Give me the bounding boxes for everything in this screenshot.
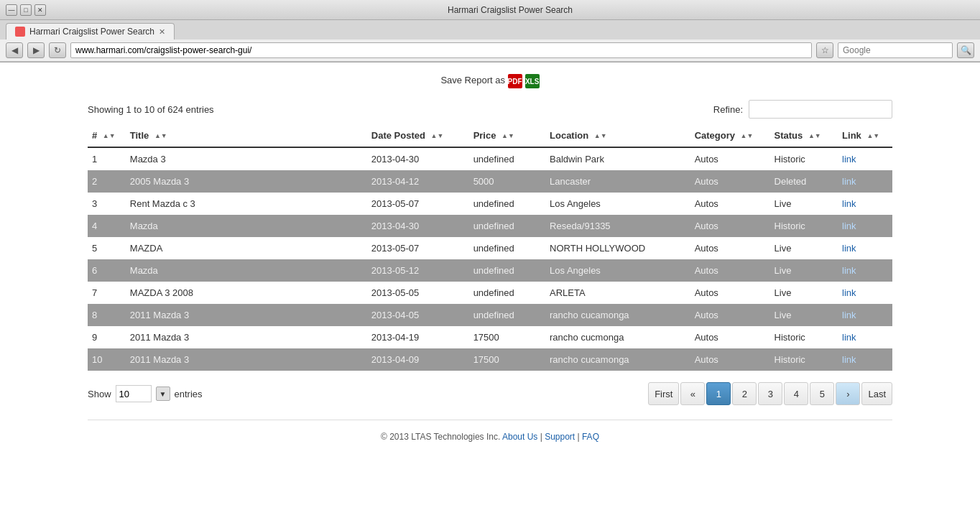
cell-date: 2013-05-05: [367, 282, 469, 304]
cell-price: undefined: [469, 147, 545, 170]
bookmark-button[interactable]: ☆: [816, 42, 833, 58]
cell-date: 2013-04-12: [367, 170, 469, 193]
cell-link[interactable]: link: [838, 215, 892, 237]
browser-search-button[interactable]: 🔍: [957, 42, 974, 58]
pagination-page-1[interactable]: 1: [706, 382, 731, 405]
pagination-prev-button[interactable]: «: [680, 382, 705, 405]
footer-faq-link[interactable]: FAQ: [582, 432, 599, 442]
cell-category: Autos: [690, 304, 770, 326]
entries-info: Showing 1 to 10 of 624 entries: [88, 104, 214, 115]
result-link[interactable]: link: [842, 176, 856, 187]
cell-category: Autos: [690, 193, 770, 215]
cell-location: Lancaster: [545, 170, 690, 193]
cell-status: Live: [770, 259, 838, 282]
pagination-first-button[interactable]: First: [648, 382, 679, 405]
cell-price: undefined: [469, 193, 545, 215]
cell-category: Autos: [690, 326, 770, 348]
col-header-price[interactable]: Price ▲▼: [469, 124, 545, 147]
browser-tab[interactable]: Harmari Craigslist Power Search ✕: [6, 23, 175, 40]
footer-about-link[interactable]: About Us: [502, 432, 537, 442]
col-header-location[interactable]: Location ▲▼: [545, 124, 690, 147]
restore-button[interactable]: □: [20, 4, 32, 16]
result-link[interactable]: link: [842, 310, 856, 320]
refine-input[interactable]: [749, 100, 892, 119]
refine-section: Refine:: [713, 100, 892, 119]
result-link[interactable]: link: [842, 265, 856, 276]
cell-title: Rent Mazda c 3: [126, 193, 367, 215]
back-button[interactable]: ◀: [6, 42, 23, 58]
browser-search-input[interactable]: [838, 42, 953, 58]
reload-button[interactable]: ↻: [49, 42, 66, 58]
pagination-page-5[interactable]: 5: [810, 382, 834, 405]
minimize-button[interactable]: —: [6, 4, 17, 16]
cell-location: Los Angeles: [545, 193, 690, 215]
cell-link[interactable]: link: [838, 170, 892, 193]
pagination-page-3[interactable]: 3: [758, 382, 782, 405]
result-link[interactable]: link: [842, 332, 856, 343]
col-header-date[interactable]: Date Posted ▲▼: [367, 124, 469, 147]
cell-price: undefined: [469, 215, 545, 237]
cell-title: 2005 Mazda 3: [126, 170, 367, 193]
title-bar: — □ ✕ Harmari Craigslist Power Search: [0, 0, 980, 20]
table-row: 1 Mazda 3 2013-04-30 undefined Baldwin P…: [88, 147, 892, 170]
col-header-num[interactable]: # ▲▼: [88, 124, 126, 147]
cell-link[interactable]: link: [838, 348, 892, 371]
result-link[interactable]: link: [842, 243, 856, 254]
col-header-link[interactable]: Link ▲▼: [838, 124, 892, 147]
sort-arrows-status: ▲▼: [808, 133, 821, 139]
cell-category: Autos: [690, 170, 770, 193]
result-link[interactable]: link: [842, 354, 856, 365]
cell-status: Historic: [770, 326, 838, 348]
address-input[interactable]: [70, 42, 812, 58]
result-link[interactable]: link: [842, 221, 856, 231]
cell-link[interactable]: link: [838, 326, 892, 348]
sort-arrows-link: ▲▼: [866, 133, 879, 139]
col-header-category[interactable]: Category ▲▼: [690, 124, 770, 147]
sort-arrows-location: ▲▼: [594, 133, 607, 139]
table-row: 4 Mazda 2013-04-30 undefined Reseda/9133…: [88, 215, 892, 237]
cell-link[interactable]: link: [838, 259, 892, 282]
result-link[interactable]: link: [842, 154, 856, 165]
tab-close-button[interactable]: ✕: [159, 27, 165, 37]
footer-support-link[interactable]: Support: [545, 432, 575, 442]
result-link[interactable]: link: [842, 287, 856, 298]
cell-date: 2013-04-30: [367, 147, 469, 170]
window-controls[interactable]: — □ ✕: [6, 4, 46, 16]
cell-title: 2011 Mazda 3: [126, 348, 367, 371]
cell-date: 2013-04-19: [367, 326, 469, 348]
cell-price: undefined: [469, 237, 545, 259]
pagination-page-6[interactable]: ›: [836, 382, 860, 405]
show-label: Show: [88, 389, 111, 399]
pagination-page-4[interactable]: 4: [784, 382, 808, 405]
cell-link[interactable]: link: [838, 147, 892, 170]
forward-button[interactable]: ▶: [27, 42, 45, 58]
save-pdf-button[interactable]: PDF: [508, 74, 522, 88]
page-content: Save Report as PDF XLS Showing 1 to 10 o…: [59, 63, 921, 465]
cell-link[interactable]: link: [838, 237, 892, 259]
cell-link[interactable]: link: [838, 282, 892, 304]
address-bar: ◀ ▶ ↻ ☆ 🔍: [0, 40, 980, 62]
cell-status: Historic: [770, 147, 838, 170]
table-row: 6 Mazda 2013-05-12 undefined Los Angeles…: [88, 259, 892, 282]
pagination-page-2[interactable]: 2: [732, 382, 757, 405]
cell-link[interactable]: link: [838, 193, 892, 215]
entries-icon[interactable]: ▼: [156, 387, 170, 401]
cell-num: 10: [88, 348, 126, 371]
footer-copyright: © 2013 LTAS Technologies Inc.: [381, 432, 500, 442]
cell-date: 2013-04-30: [367, 215, 469, 237]
save-xls-button[interactable]: XLS: [525, 74, 540, 88]
pagination-last-button[interactable]: Last: [861, 382, 892, 405]
cell-location: Los Angeles: [545, 259, 690, 282]
col-header-status[interactable]: Status ▲▼: [770, 124, 838, 147]
results-table: # ▲▼ Title ▲▼ Date Posted ▲▼ Price ▲▼ Lo…: [88, 124, 892, 371]
cell-num: 7: [88, 282, 126, 304]
cell-link[interactable]: link: [838, 304, 892, 326]
entries-per-page-input[interactable]: [116, 385, 152, 402]
col-header-title[interactable]: Title ▲▼: [126, 124, 367, 147]
table-row: 10 2011 Mazda 3 2013-04-09 17500 rancho …: [88, 348, 892, 371]
result-link[interactable]: link: [842, 198, 856, 209]
browser-chrome: — □ ✕ Harmari Craigslist Power Search Ha…: [0, 0, 980, 63]
save-report-icons: PDF XLS: [508, 74, 540, 88]
cell-location: rancho cucmonga: [545, 326, 690, 348]
close-button[interactable]: ✕: [34, 4, 46, 16]
